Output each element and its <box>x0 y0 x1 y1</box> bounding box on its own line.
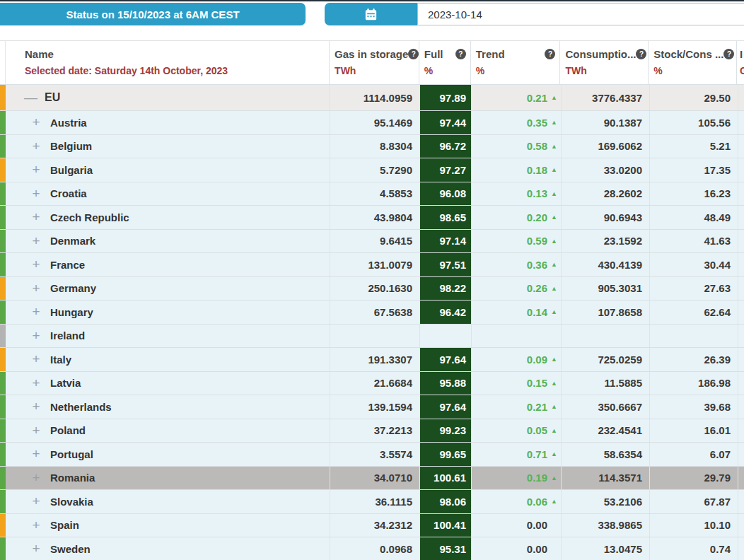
table-row[interactable]: +Croatia4.585396.080.13▲28.260216.23 <box>0 182 744 206</box>
table-row[interactable]: +Bulgaria5.729097.270.18▲33.020017.35 <box>0 158 744 182</box>
topbar: Status on 15/10/2023 at 6AM CEST <box>0 0 744 40</box>
trend-value: 0.20 <box>527 211 547 223</box>
table-row[interactable]: +Denmark9.641597.140.59▲23.159241.63 <box>0 229 744 253</box>
table-row[interactable]: +Austria95.146997.440.35▲90.1387105.56 <box>0 110 744 134</box>
trend-cell: 0.26▲ <box>471 277 561 301</box>
column-label: Stock/Cons ... <box>653 48 723 60</box>
gas-in-storage-value: 139.1594 <box>330 395 419 419</box>
gas-in-storage-value: 191.3307 <box>330 348 419 371</box>
expand-icon[interactable]: + <box>30 116 42 129</box>
expand-icon[interactable]: + <box>30 305 42 318</box>
full-percent-value <box>419 325 471 348</box>
partial-cell <box>738 158 744 182</box>
trend-cell: 0.71▲ <box>471 443 561 466</box>
calendar-button[interactable] <box>325 3 417 25</box>
column-unit: % <box>424 65 466 76</box>
partial-cell <box>738 85 744 110</box>
trend-up-icon: ▲ <box>547 166 559 173</box>
expand-icon[interactable]: + <box>30 519 42 532</box>
trend-cell: 0.18▲ <box>471 158 561 182</box>
table-row[interactable]: +Portugal3.557499.650.71▲58.63546.07 <box>0 442 744 466</box>
expand-icon[interactable]: + <box>30 235 42 247</box>
consumption-value: 232.4541 <box>561 419 649 443</box>
trend-up-icon: ▲ <box>547 403 559 410</box>
country-name: France <box>50 259 85 271</box>
expand-icon[interactable]: + <box>30 377 42 390</box>
partial-cell <box>738 111 744 134</box>
partial-cell <box>738 443 744 466</box>
expand-icon[interactable]: + <box>30 448 42 460</box>
consumption-value: 114.3571 <box>561 467 649 490</box>
expand-icon[interactable]: + <box>30 472 42 484</box>
full-percent-value: 98.06 <box>419 490 471 513</box>
trend-value: 0.15 <box>527 377 547 389</box>
consumption-value: 169.6062 <box>561 135 649 158</box>
name-cell: +Portugal <box>6 443 330 466</box>
stock-cons-value: 48.49 <box>649 206 738 229</box>
table-row[interactable]: +Romania34.0710100.610.19▲114.357129.79 <box>0 466 744 490</box>
full-percent-value: 97.44 <box>419 111 471 134</box>
gas-in-storage-value <box>330 325 419 348</box>
consumption-value: 3776.4337 <box>561 85 649 110</box>
expand-icon[interactable]: + <box>30 424 42 437</box>
expand-icon[interactable]: + <box>30 282 42 295</box>
table-row[interactable]: +Spain34.2312100.410.00338.986510.10 <box>0 513 744 537</box>
gas-in-storage-value: 34.2312 <box>330 514 419 537</box>
expand-icon[interactable]: + <box>30 187 42 200</box>
stock-cons-value: 16.01 <box>649 419 738 443</box>
expand-icon[interactable]: + <box>30 140 42 153</box>
gas-in-storage-value: 131.0079 <box>330 253 419 276</box>
expand-icon[interactable]: + <box>30 211 42 223</box>
row-status-strip <box>0 182 6 206</box>
partial-cell <box>738 325 744 348</box>
table-row[interactable]: +France131.007997.510.36▲430.413930.44 <box>0 252 744 276</box>
country-name: Portugal <box>50 448 93 460</box>
date-input[interactable] <box>417 3 744 25</box>
table-row[interactable]: +Belgium8.830496.720.58▲169.60625.21 <box>0 134 744 158</box>
help-icon[interactable]: ? <box>408 49 419 59</box>
expand-icon[interactable]: + <box>30 329 42 342</box>
row-status-strip <box>0 158 6 182</box>
table-row[interactable]: +Netherlands139.159497.640.21▲350.666739… <box>0 395 744 419</box>
name-cell: +Spain <box>6 514 330 537</box>
table-row[interactable]: +Sweden0.096895.310.0013.04750.74 <box>0 537 744 560</box>
trend-cell: 0.09▲ <box>471 348 561 371</box>
gas-in-storage-value: 0.0968 <box>330 537 419 560</box>
expand-icon[interactable]: + <box>30 163 42 176</box>
trend-value: 0.21 <box>527 92 547 104</box>
table-row[interactable]: +Slovakia36.111598.060.06▲53.210667.87 <box>0 489 744 513</box>
table-row[interactable]: +Hungary67.563896.420.14▲107.865862.64 <box>0 300 744 324</box>
table-row[interactable]: +Czech Republic43.980498.650.20▲90.69434… <box>0 205 744 229</box>
column-label: Full <box>424 48 443 60</box>
trend-cell: 0.58▲ <box>471 135 561 158</box>
trend-up-icon: ▲ <box>547 498 559 505</box>
help-icon[interactable]: ? <box>723 49 734 59</box>
table-row[interactable]: +Italy191.330797.640.09▲725.025926.39 <box>0 347 744 371</box>
expand-icon[interactable]: + <box>30 542 42 555</box>
table-row[interactable]: +Ireland <box>0 324 744 348</box>
expand-icon[interactable]: + <box>30 353 42 366</box>
table-row[interactable]: +Germany250.163098.220.26▲905.303127.63 <box>0 276 744 301</box>
expand-icon[interactable]: + <box>30 400 42 413</box>
gas-in-storage-value: 1114.0959 <box>330 85 419 110</box>
status-button[interactable]: Status on 15/10/2023 at 6AM CEST <box>0 3 306 25</box>
column-header-stock-cons: Stock/Cons ... ? % <box>648 41 736 84</box>
collapse-icon[interactable]: — <box>24 91 37 104</box>
expand-icon[interactable]: + <box>30 495 42 508</box>
row-status-strip <box>0 372 6 395</box>
help-icon[interactable]: ? <box>636 49 646 59</box>
gas-in-storage-value: 21.6684 <box>330 372 419 395</box>
row-status-strip <box>0 230 6 253</box>
table-row[interactable]: +Latvia21.668495.880.15▲11.5885186.98 <box>0 371 744 395</box>
help-icon[interactable]: ? <box>545 49 555 59</box>
consumption-value <box>561 325 649 348</box>
gas-in-storage-value: 37.2213 <box>330 419 419 443</box>
stock-cons-value: 16.23 <box>649 182 738 206</box>
trend-up-icon: ▲ <box>547 427 559 434</box>
table-row[interactable]: +Poland37.221399.230.05▲232.454116.01 <box>0 419 744 443</box>
help-icon[interactable]: ? <box>455 49 466 59</box>
gas-in-storage-value: 5.7290 <box>330 158 419 182</box>
expand-icon[interactable]: + <box>30 258 42 271</box>
table-row[interactable]: —EU1114.095997.890.21▲3776.433729.50 <box>0 84 744 110</box>
full-percent-value: 97.64 <box>419 395 471 419</box>
